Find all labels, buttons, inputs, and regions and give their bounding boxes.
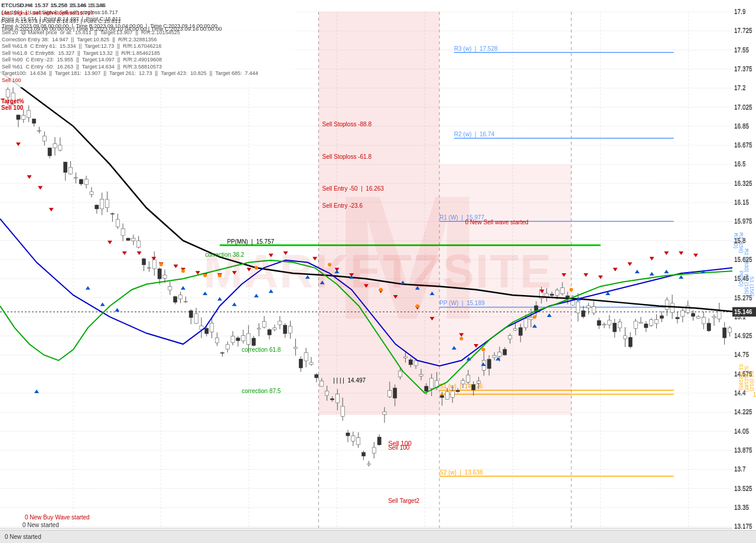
chart-container: MARKETZSITE ETCUSD.H4 15.37 15.258 15.14… xyxy=(0,0,756,543)
bottom-status: 0 New started xyxy=(5,534,41,540)
chart-canvas xyxy=(0,0,756,543)
bottom-bar: 0 New started xyxy=(0,530,756,543)
